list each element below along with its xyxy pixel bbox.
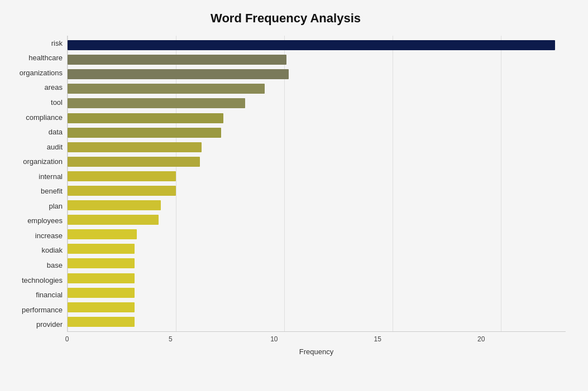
x-tick: 10 — [270, 335, 278, 343]
bar-areas — [68, 84, 265, 94]
bar-row — [68, 315, 566, 329]
chart-title: Word Frequency Analysis — [6, 11, 566, 26]
bars-container — [68, 36, 566, 331]
y-label-financial: financial — [6, 291, 63, 298]
bar-employees — [68, 215, 159, 225]
bar-base — [68, 258, 135, 268]
bar-risk — [68, 40, 555, 50]
y-label-base: base — [6, 262, 63, 269]
bar-benefit — [68, 186, 176, 196]
bar-organization — [68, 157, 200, 167]
y-label-tool: tool — [6, 99, 63, 106]
y-label-performance: performance — [6, 306, 63, 313]
bar-row — [68, 271, 566, 286]
chart-container: Word Frequency Analysis riskhealthcareor… — [0, 0, 588, 391]
x-tick: 20 — [477, 335, 485, 343]
bar-financial — [68, 288, 135, 298]
bar-compliance — [68, 113, 223, 123]
bar-row — [68, 227, 566, 242]
bar-row — [68, 52, 566, 67]
bar-increase — [68, 229, 137, 239]
bar-row — [68, 125, 566, 140]
bar-row — [68, 140, 566, 155]
bar-row — [68, 198, 566, 213]
y-label-healthcare: healthcare — [6, 54, 63, 61]
bar-tool — [68, 98, 245, 108]
bar-data — [68, 128, 221, 138]
bar-row — [68, 81, 566, 96]
bar-row — [68, 96, 566, 110]
bar-row — [68, 184, 566, 198]
y-label-audit: audit — [6, 143, 63, 151]
bar-row — [68, 38, 566, 52]
bar-row — [68, 286, 566, 300]
x-axis-label: Frequency — [67, 347, 566, 356]
y-label-risk: risk — [6, 40, 63, 47]
y-label-provider: provider — [6, 321, 63, 328]
bar-provider — [68, 317, 135, 327]
bar-organizations — [68, 69, 289, 79]
bar-row — [68, 110, 566, 125]
bar-row — [68, 155, 566, 169]
y-label-benefit: benefit — [6, 187, 63, 195]
y-label-compliance: compliance — [6, 114, 63, 121]
bar-row — [68, 300, 566, 315]
bar-row — [68, 169, 566, 184]
y-label-organization: organization — [6, 158, 63, 165]
bar-kodiak — [68, 244, 135, 254]
bar-plan — [68, 200, 161, 210]
plot-area — [67, 36, 566, 332]
y-label-plan: plan — [6, 202, 63, 210]
y-label-areas: areas — [6, 84, 63, 91]
bar-performance — [68, 302, 135, 312]
x-tick: 5 — [169, 335, 173, 343]
bar-technologies — [68, 273, 135, 283]
y-label-kodiak: kodiak — [6, 247, 63, 254]
bar-healthcare — [68, 55, 286, 65]
y-label-internal: internal — [6, 173, 63, 180]
y-label-data: data — [6, 128, 63, 136]
bar-row — [68, 67, 566, 81]
bar-internal — [68, 171, 176, 181]
x-tick: 0 — [65, 335, 69, 343]
y-label-employees: employees — [6, 217, 63, 224]
bar-audit — [68, 142, 202, 152]
bar-row — [68, 242, 566, 256]
y-label-increase: increase — [6, 232, 63, 239]
x-tick: 15 — [374, 335, 381, 343]
y-label-technologies: technologies — [6, 277, 63, 284]
y-axis-labels: riskhealthcareorganizationsareastoolcomp… — [6, 36, 67, 332]
x-axis-ticks: 05101520 — [67, 332, 543, 345]
y-label-organizations: organizations — [6, 69, 63, 76]
bar-row — [68, 213, 566, 227]
bar-row — [68, 256, 566, 271]
